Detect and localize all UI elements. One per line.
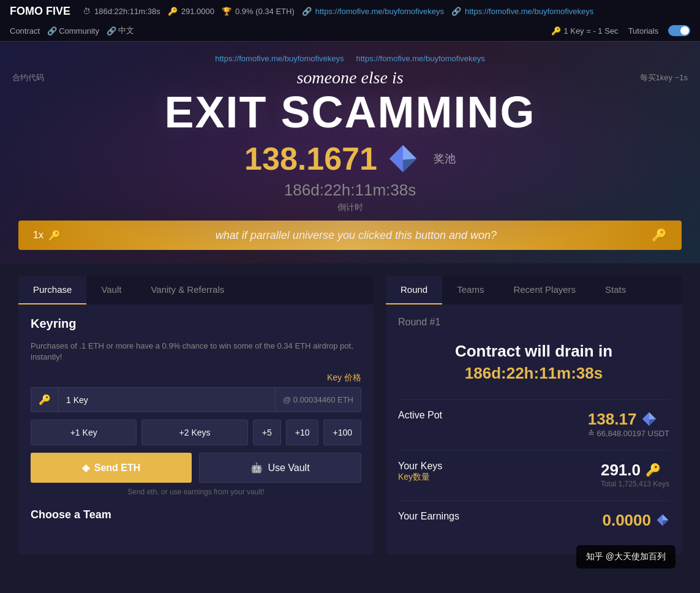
send-eth-button[interactable]: ◈ Send ETH [31,453,192,483]
qty-buttons-row: +1 Key +2 Keys +5 +10 +100 [31,420,361,445]
header-timer-info: ⏱ 186d:22h:11m:38s [83,7,160,16]
active-pot-value-container: 138.17 ≙ 66,848.00197 USDT [588,410,669,438]
parallel-universe-bar[interactable]: 1x 🔑 what if parrallel universe you clic… [18,221,682,250]
key-formula: 🔑 1 Key = - 1 Sec [551,26,618,36]
game-link-hero-2[interactable]: https://fomofive.me/buyfomofivekeys [356,54,485,63]
svg-marker-4 [390,159,403,172]
game-link-1[interactable]: https://fomofive.me/buyfomofivekeys [315,7,444,16]
key-input-icon: 🔑 [31,387,58,412]
nav-contract[interactable]: Contract [10,25,40,36]
link-icon-chinese: 🔗 [107,26,116,36]
drain-text: Contract will drain in [455,342,612,360]
qty-btn-2[interactable]: +2 Keys [141,420,247,445]
tab-recent-players[interactable]: Recent Players [499,276,590,304]
parallel-bar-left: 1x 🔑 [33,230,61,241]
hero-prize-row: 138.1671 奖池 [0,140,700,177]
your-earnings-value: 0.0000 [602,511,669,530]
hero-links: https://fomofive.me/buyfomofivekeys http… [0,54,700,63]
use-vault-button[interactable]: 🤖 Use Vault [199,453,361,483]
nav-community[interactable]: 🔗Community [47,25,99,36]
header-keys: 291.0000 [181,7,214,16]
svg-marker-7 [642,412,649,420]
svg-marker-3 [403,159,416,172]
vault-btn-icon: 🤖 [250,462,263,474]
your-keys-value: 291.0 🔑 [601,461,669,480]
header-key-info: 🔑 291.0000 [168,7,214,16]
stats-divider-2 [398,450,669,451]
tab-vault[interactable]: Vault [86,276,136,304]
svg-marker-6 [649,412,656,420]
qty-btn-10[interactable]: +10 [286,420,319,445]
header: FOMO FIVE ⏱ 186d:22h:11m:38s 🔑 291.0000 … [0,0,700,42]
zhihu-text: 知乎 @大天使加百列 [586,551,666,561]
trophy-icon: 🏆 [222,7,231,16]
eth-diamond-icon [387,143,419,175]
game-link-2[interactable]: https://fomofive.me/buyfomofivekeys [465,7,593,16]
qty-btn-100[interactable]: +100 [323,420,361,445]
svg-marker-9 [642,419,649,426]
key-quantity-input[interactable] [58,387,275,412]
key-count-number: 291.0 [601,461,641,480]
parallel-icon: 🔑 [652,228,667,243]
your-keys-value-container: 291.0 🔑 Total 1,725,413 Keys [601,461,669,488]
parallel-text: what if parrallel universe you clicked t… [216,229,497,242]
use-vault-label: Use Vault [268,463,309,474]
eth-btn-icon: ◈ [82,462,89,474]
logo: FOMO FIVE [10,5,70,18]
zhihu-overlay: 知乎 @大天使加百列 [576,545,676,568]
tutorials-label: Tutorials [628,26,658,36]
right-panel: Round Teams Recent Players Stats Round #… [386,276,682,554]
stats-divider [398,399,669,400]
hero-section: https://fomofive.me/buyfomofivekeys http… [0,42,700,263]
svg-marker-8 [649,419,656,426]
main-content: Purchase Vault Vanity & Referrals Keyrin… [0,263,700,567]
nav-links: Contract 🔗Community 🔗中文 [10,25,134,36]
parallel-prefix: 1x [33,230,43,241]
active-pot-number: 138.17 [588,410,637,429]
left-tabs: Purchase Vault Vanity & Referrals [18,276,374,304]
drain-timer: 186d:22h:11m:38s [465,364,603,382]
earnings-eth-icon [656,513,669,527]
header-link1-info: 🔗 https://fomofive.me/buyfomofivekeys [302,7,444,16]
drain-title: Contract will drain in 186d:22h:11m:38s [398,340,669,385]
desc-text: Purchases of .1 ETH or more have a 0.9% … [31,341,353,361]
hero-prize-value: 138.1671 [244,140,377,177]
qty-btn-5[interactable]: +5 [253,420,281,445]
hero-title: EXIT SCAMMING [0,90,700,134]
key-formula-icon: 🔑 [551,26,561,36]
panel-title: Keyring [31,317,361,331]
left-panel: Purchase Vault Vanity & Referrals Keyrin… [18,276,374,554]
earnings-number: 0.0000 [602,511,651,530]
key-icon-right: 🔑 [645,463,661,477]
action-buttons: ◈ Send ETH 🤖 Use Vault [31,453,361,483]
your-earnings-label: Your Earnings [398,511,459,522]
active-pot-label: Active Pot [398,410,442,421]
your-keys-row: Your Keys Key数量 291.0 🔑 Total 1,725,413 … [398,461,669,488]
hero-timer: 186d:22h:11m:38s [0,181,700,200]
active-pot-row: Active Pot 138.17 ≙ 66,848.00197 USDT [398,410,669,438]
active-pot-usdt: ≙ 66,848.00197 USDT [588,429,669,438]
key-count-label: Key数量 [398,472,442,483]
svg-marker-14 [657,520,663,526]
link-icon-2: 🔗 [451,7,461,16]
nav-chinese[interactable]: 🔗中文 [107,25,134,36]
tab-round[interactable]: Round [386,276,442,304]
qty-btn-1[interactable]: +1 Key [31,420,137,445]
tutorials-toggle[interactable] [668,25,690,36]
tab-teams[interactable]: Teams [442,276,499,304]
purchase-description: Purchases of .1 ETH or more have a 0.9% … [31,341,361,363]
tab-purchase[interactable]: Purchase [18,276,86,304]
timer-icon: ⏱ [83,7,91,16]
tab-stats[interactable]: Stats [590,276,641,304]
svg-marker-13 [663,520,668,526]
your-earnings-row: Your Earnings 0.0000 [398,511,669,530]
stats-divider-3 [398,500,669,501]
key-icon-bar: 🔑 [48,230,61,241]
game-link-hero-1[interactable]: https://fomofive.me/buyfomofivekeys [215,54,344,63]
header-right: 🔑 1 Key = - 1 Sec Tutorials [551,25,690,36]
active-pot-eth-icon [641,411,657,427]
total-keys-hint: Total 1,725,413 Keys [601,480,669,488]
tab-vanity-referrals[interactable]: Vanity & Referrals [136,276,239,304]
link-icon-1: 🔗 [302,7,312,16]
community-label: Community [59,26,99,36]
